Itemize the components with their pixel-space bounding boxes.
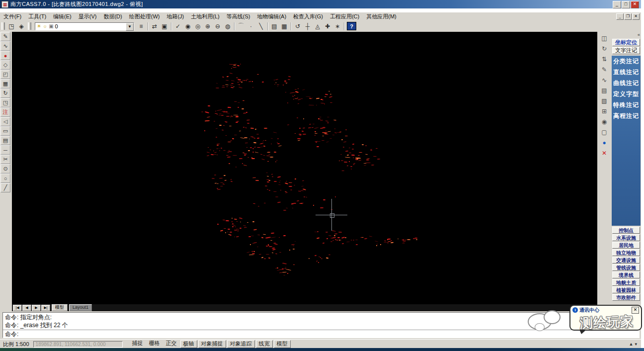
frame-icon[interactable]: ▢ bbox=[599, 127, 609, 137]
window-pane-icon[interactable]: ◫ bbox=[599, 33, 609, 43]
maximize-button[interactable]: □ bbox=[622, 1, 630, 8]
circle-tool-icon[interactable]: ○ bbox=[0, 174, 10, 183]
menu-item[interactable]: 显示(V) bbox=[75, 12, 100, 21]
category-menu-item[interactable]: 地貌土质 bbox=[612, 279, 640, 286]
tab-model[interactable]: 模型 bbox=[52, 304, 68, 311]
refresh-icon[interactable]: ↻ bbox=[599, 43, 609, 54]
save-icon[interactable]: ▣ bbox=[160, 22, 169, 31]
hatch-tool-icon[interactable]: ▦ bbox=[0, 79, 10, 88]
draw-icon[interactable]: ✎ bbox=[599, 64, 609, 75]
hatch-icon[interactable]: ▧ bbox=[599, 95, 609, 106]
doc-close-button[interactable]: ✕ bbox=[632, 13, 640, 20]
add-point-icon[interactable]: ✚ bbox=[322, 22, 332, 31]
point-icon[interactable]: · bbox=[246, 22, 256, 31]
frame-icon[interactable]: ▤ bbox=[269, 22, 279, 31]
annotation-menu-item[interactable]: 定义字型 bbox=[612, 88, 641, 99]
toggle-正交[interactable]: 正交 bbox=[163, 340, 179, 347]
match-properties-icon[interactable]: ⇄ bbox=[150, 22, 160, 31]
category-menu-item[interactable]: 独立地物 bbox=[612, 249, 640, 256]
toggle-栅格[interactable]: 栅格 bbox=[147, 340, 162, 347]
zoom-center-icon[interactable]: ◎ bbox=[193, 22, 203, 31]
close-button[interactable]: ✕ bbox=[631, 1, 639, 8]
category-menu-item[interactable]: 交通设施 bbox=[612, 257, 640, 263]
layers-tool-icon[interactable]: ▤ bbox=[0, 136, 10, 145]
category-menu-item[interactable]: 市政部件 bbox=[612, 294, 640, 301]
category-menu-item[interactable]: 境界线 bbox=[612, 271, 640, 278]
zoom-out-icon[interactable]: ⊖ bbox=[213, 22, 223, 31]
category-menu-item[interactable]: 控制点 bbox=[612, 227, 640, 234]
title-bar[interactable]: ▦ 南方CASS7.0 - [比赛路线图20170401.dwg2 - 俯视] … bbox=[0, 0, 641, 8]
move-icon[interactable]: ┼ bbox=[303, 22, 313, 31]
swap-icon[interactable]: ⇅ bbox=[599, 54, 609, 64]
rotate-icon[interactable]: ◬ bbox=[313, 22, 322, 31]
draw-order-icon[interactable]: ✓ bbox=[173, 22, 183, 31]
menu-item[interactable]: 数据(D) bbox=[100, 12, 125, 21]
wave-icon[interactable]: ∿ bbox=[599, 75, 609, 85]
tray-arrow-icon[interactable]: ▾ bbox=[635, 342, 637, 347]
menu-item[interactable]: 检查入库(G) bbox=[290, 12, 326, 21]
circle-point-tool-icon[interactable]: ⊙ bbox=[0, 164, 10, 174]
rectangle-tool-icon[interactable]: ▭ bbox=[0, 126, 10, 136]
pencil-tool-icon[interactable]: ✎ bbox=[0, 32, 10, 41]
menu-item[interactable]: 地籍(J) bbox=[163, 12, 187, 21]
menu-item[interactable]: 绘图处理(W) bbox=[126, 12, 163, 21]
annotation-menu-item[interactable]: 特殊注记 bbox=[612, 99, 641, 110]
point-tool-icon[interactable]: ● bbox=[0, 51, 10, 60]
curve-tool-icon[interactable]: ∿ bbox=[0, 41, 10, 51]
toggle-极轴[interactable]: 极轴 bbox=[180, 340, 197, 348]
tab-nav-button[interactable]: ◀ bbox=[22, 305, 31, 311]
tab-text-annotation[interactable]: 文字注记 bbox=[612, 47, 640, 54]
tray-antenna-icon[interactable]: ▲ bbox=[629, 342, 634, 347]
annotation-menu-item[interactable]: 直线注记 bbox=[612, 67, 641, 78]
rotate-tool-icon[interactable]: ↻ bbox=[0, 88, 10, 98]
tab-coordinate-locate[interactable]: 坐标定位 bbox=[612, 39, 640, 46]
sphere-icon[interactable]: ● bbox=[599, 137, 609, 148]
grid-icon[interactable]: ▦ bbox=[279, 22, 289, 31]
trim-tool-icon[interactable]: ✂ bbox=[0, 155, 10, 164]
viewport-tool-icon[interactable]: ◳ bbox=[0, 98, 10, 107]
triangle-tool-icon[interactable]: ◁ bbox=[0, 117, 10, 126]
toolbar-grip[interactable] bbox=[1, 22, 5, 30]
osnap-icon[interactable]: ◉ bbox=[183, 22, 193, 31]
menu-item[interactable]: 地物编辑(A) bbox=[253, 12, 290, 21]
layer-dropdown-arrow-icon[interactable]: ▼ bbox=[126, 23, 134, 31]
panel-collapse-icon[interactable]: « bbox=[638, 32, 640, 37]
menu-item[interactable]: 土地利用(L) bbox=[187, 12, 223, 21]
annotation-menu-item[interactable]: 分类注记 bbox=[612, 56, 641, 67]
layer-states-icon[interactable]: ≡ bbox=[136, 22, 146, 31]
doc-minimize-button[interactable]: _ bbox=[616, 13, 624, 20]
menu-item[interactable]: 等高线(S) bbox=[223, 12, 254, 21]
tab-nav-button[interactable]: |◀ bbox=[13, 305, 22, 311]
category-menu-item[interactable]: 居民地 bbox=[612, 242, 640, 249]
menu-item[interactable]: 编辑(E) bbox=[50, 12, 75, 21]
menu-item[interactable]: 工程应用(C) bbox=[326, 12, 363, 21]
zoom-extents-icon[interactable]: ◍ bbox=[223, 22, 233, 31]
doc-restore-button[interactable]: ❐ bbox=[624, 13, 632, 20]
line-icon[interactable]: ╲ bbox=[256, 22, 266, 31]
tab-layout[interactable]: Layout1 bbox=[69, 304, 92, 311]
menu-item[interactable]: 工具(T) bbox=[25, 12, 50, 21]
layer-control-combo[interactable]: ☀☼▣0▼ bbox=[35, 22, 134, 30]
zoom-in-icon[interactable]: ⊕ bbox=[203, 22, 213, 31]
grid-icon[interactable]: ⊞ bbox=[599, 106, 609, 116]
toggle-捕捉[interactable]: 捕捉 bbox=[130, 340, 146, 347]
preview-icon[interactable]: ◈ bbox=[16, 22, 26, 31]
tab-nav-button[interactable]: ▶| bbox=[41, 305, 50, 311]
undo-icon[interactable]: ↺ bbox=[293, 22, 303, 31]
category-menu-item[interactable]: 植被园林 bbox=[612, 286, 640, 293]
rect-tool-icon[interactable]: ◰ bbox=[0, 70, 10, 79]
toggle-对象追踪[interactable]: 对象追踪 bbox=[227, 340, 255, 348]
drawing-canvas[interactable] bbox=[12, 32, 597, 304]
help-icon[interactable]: ? bbox=[347, 22, 356, 30]
annotation-menu-item[interactable]: 曲线注记 bbox=[612, 78, 641, 88]
toggle-线宽[interactable]: 线宽 bbox=[256, 340, 273, 348]
annotate-tool-icon[interactable]: 注 bbox=[0, 107, 10, 117]
arc-icon[interactable]: ⌒ bbox=[236, 22, 246, 31]
menu-item[interactable]: 文件(F) bbox=[0, 12, 25, 21]
toggle-对象捕捉[interactable]: 对象捕捉 bbox=[198, 340, 226, 348]
polygon-tool-icon[interactable]: ◇ bbox=[0, 60, 10, 70]
toolbar-grip[interactable] bbox=[28, 22, 31, 30]
line-tool-icon[interactable]: ─ bbox=[0, 145, 10, 155]
toggle-模型[interactable]: 模型 bbox=[274, 340, 291, 348]
category-menu-item[interactable]: 管线设施 bbox=[612, 264, 640, 271]
